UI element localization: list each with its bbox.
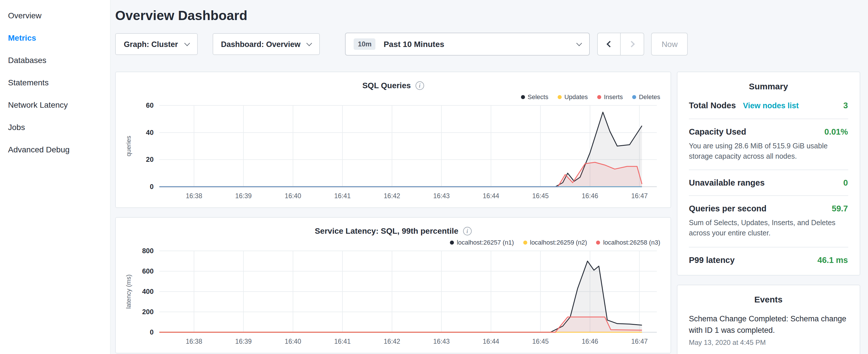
unavailable-ranges-value: 0 <box>843 179 848 188</box>
dashboard-dropdown[interactable]: Dashboard: Overview <box>212 33 320 55</box>
svg-text:16:46: 16:46 <box>582 192 598 200</box>
time-step-back-button[interactable] <box>597 33 621 56</box>
chevron-down-icon <box>577 40 582 46</box>
legend-label: Selects <box>528 93 548 100</box>
svg-text:0: 0 <box>150 328 154 336</box>
qps-value: 59.7 <box>832 204 848 213</box>
chart-title: SQL Queries <box>362 81 411 90</box>
legend-item: Inserts <box>597 93 623 100</box>
svg-text:16:41: 16:41 <box>334 192 351 200</box>
time-range-badge: 10m <box>354 38 376 50</box>
legend-label: Updates <box>564 93 588 100</box>
svg-text:16:42: 16:42 <box>384 192 400 200</box>
svg-text:16:38: 16:38 <box>186 192 202 200</box>
svg-text:16:41: 16:41 <box>334 338 351 345</box>
legend-dot-icon <box>557 95 561 99</box>
chevron-right-icon <box>628 41 635 47</box>
p99-latency-label: P99 latency <box>689 255 735 264</box>
legend-item: Deletes <box>632 93 660 100</box>
time-range-label: Past 10 Minutes <box>384 39 578 49</box>
svg-text:16:43: 16:43 <box>433 338 450 345</box>
legend-item: Updates <box>557 93 588 100</box>
svg-text:queries: queries <box>125 136 132 156</box>
svg-text:16:39: 16:39 <box>235 338 252 345</box>
sidebar-item-jobs[interactable]: Jobs <box>0 116 110 139</box>
legend-label: Deletes <box>639 93 660 100</box>
svg-text:16:38: 16:38 <box>186 338 202 345</box>
sql-queries-title-row: SQL Queries <box>123 80 664 91</box>
svg-text:0: 0 <box>150 183 154 190</box>
graph-scope-dropdown[interactable]: Graph: Cluster <box>115 33 197 55</box>
chevron-left-icon <box>607 41 613 47</box>
app-viewport: Overview Metrics Databases Statements Ne… <box>0 0 868 354</box>
graph-scope-label: Graph: Cluster <box>124 40 178 49</box>
legend-item: localhost:26257 (n1) <box>450 239 514 246</box>
sidebar-item-databases[interactable]: Databases <box>0 49 110 72</box>
sidebar-item-overview[interactable]: Overview <box>0 5 110 27</box>
event-list-item[interactable]: Schema Change Completed: Schema change w… <box>689 313 848 347</box>
sql-queries-chart-plot[interactable]: 16:3816:3916:4016:4116:4216:4316:4416:45… <box>123 102 664 204</box>
divider <box>689 247 848 247</box>
divider <box>689 170 848 170</box>
sidebar-item-statements[interactable]: Statements <box>0 72 110 94</box>
divider <box>689 119 848 119</box>
info-icon[interactable] <box>415 81 424 90</box>
divider <box>689 196 848 196</box>
p99-latency-value: 46.1 ms <box>817 255 848 264</box>
svg-text:400: 400 <box>142 288 154 295</box>
legend-item: localhost:26259 (n2) <box>523 239 587 246</box>
chevron-down-icon <box>184 40 190 46</box>
svg-text:200: 200 <box>142 308 154 316</box>
events-title: Events <box>689 294 848 304</box>
time-step-forward-button[interactable] <box>621 33 645 56</box>
svg-text:16:40: 16:40 <box>285 338 302 345</box>
sidebar-item-network-latency[interactable]: Network Latency <box>0 94 110 116</box>
legend-label: localhost:26258 (n3) <box>603 239 660 246</box>
legend-dot-icon <box>597 95 601 99</box>
unavailable-ranges-label: Unavailable ranges <box>689 179 765 188</box>
capacity-value: 0.01% <box>825 127 848 136</box>
now-button[interactable]: Now <box>651 33 688 56</box>
service-latency-chart-plot[interactable]: 16:3816:3916:4016:4116:4216:4316:4416:45… <box>123 248 664 349</box>
svg-text:16:39: 16:39 <box>235 192 252 200</box>
info-icon[interactable] <box>463 227 472 235</box>
svg-text:16:40: 16:40 <box>285 192 302 200</box>
qps-label: Queries per second <box>689 204 767 213</box>
events-card: Events Schema Change Completed: Schema c… <box>677 284 860 354</box>
summary-card: Summary Total Nodes View nodes list 3 Ca… <box>677 72 860 275</box>
svg-text:40: 40 <box>146 129 154 136</box>
svg-text:16:42: 16:42 <box>384 338 400 345</box>
svg-text:16:44: 16:44 <box>483 338 499 345</box>
svg-text:16:43: 16:43 <box>433 192 450 200</box>
chevron-down-icon <box>307 40 312 46</box>
svg-text:16:44: 16:44 <box>483 192 499 200</box>
legend-label: localhost:26257 (n1) <box>457 239 514 246</box>
legend-dot-icon <box>450 240 454 244</box>
event-timestamp: May 13, 2020 at 4:45 PM <box>689 339 848 347</box>
page-title: Overview Dashboard <box>115 8 860 24</box>
svg-text:16:45: 16:45 <box>532 192 549 200</box>
legend-item: localhost:26258 (n3) <box>596 239 660 246</box>
sidebar-item-metrics[interactable]: Metrics <box>0 27 110 49</box>
capacity-caption: You are using 28.6 MiB of 515.9 GiB usab… <box>689 141 848 162</box>
legend-dot-icon <box>596 240 600 244</box>
sql-queries-panel: SQL Queries SelectsUpdatesInsertsDeletes… <box>115 72 671 208</box>
sidebar-item-advanced-debug[interactable]: Advanced Debug <box>0 139 110 161</box>
svg-text:600: 600 <box>142 267 154 275</box>
time-range-selector[interactable]: 10m Past 10 Minutes <box>345 33 590 56</box>
legend-label: localhost:26259 (n2) <box>530 239 587 246</box>
svg-text:60: 60 <box>146 102 154 109</box>
dashboard-dropdown-label: Dashboard: Overview <box>221 40 301 49</box>
time-step-buttons <box>597 33 645 56</box>
svg-text:16:45: 16:45 <box>532 338 549 345</box>
view-nodes-list-link[interactable]: View nodes list <box>743 101 799 110</box>
sql-queries-legend: SelectsUpdatesInsertsDeletes <box>123 93 660 101</box>
svg-text:latency (ms): latency (ms) <box>125 275 132 309</box>
dashboard-body: SQL Queries SelectsUpdatesInsertsDeletes… <box>115 72 860 354</box>
main-content: Overview Dashboard Graph: Cluster Dashbo… <box>111 0 868 354</box>
chart-title: Service Latency: SQL, 99th percentile <box>315 226 458 235</box>
legend-label: Inserts <box>604 93 623 100</box>
summary-title: Summary <box>689 81 848 91</box>
svg-text:16:46: 16:46 <box>582 338 598 345</box>
total-nodes-label-group: Total Nodes View nodes list <box>689 100 799 110</box>
